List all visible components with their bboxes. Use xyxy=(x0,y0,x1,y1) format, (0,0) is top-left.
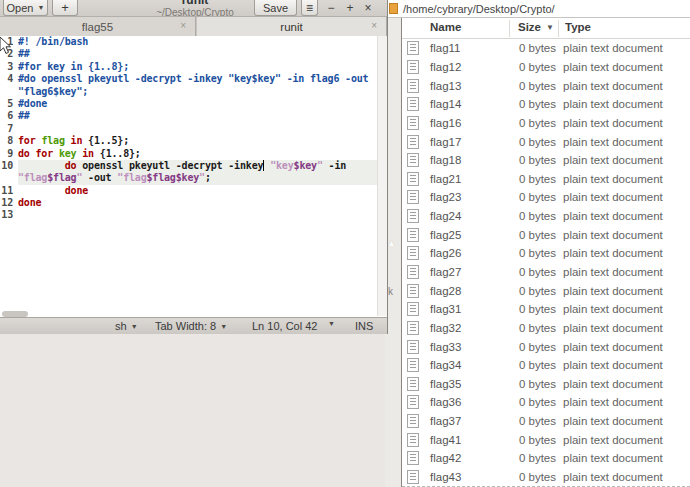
file-row[interactable]: flag260 bytesplain text document xyxy=(402,244,690,263)
text-file-icon xyxy=(407,228,419,242)
file-size: 0 bytes xyxy=(492,434,556,446)
code-line: 10 do openssl pkeyutl -decrypt -inkey "k… xyxy=(0,160,377,172)
code-segment: do for xyxy=(18,148,59,159)
file-name: flag35 xyxy=(430,378,461,390)
vertical-scrollbar[interactable] xyxy=(377,36,387,316)
code-segment: $flag xyxy=(47,172,76,183)
file-row[interactable]: flag180 bytesplain text document xyxy=(402,151,690,170)
column-header-size[interactable]: Size xyxy=(518,21,541,33)
code-segment: ## xyxy=(18,48,30,59)
file-name: flag37 xyxy=(430,415,461,427)
text-file-icon xyxy=(407,97,419,111)
column-header-name[interactable]: Name xyxy=(430,21,461,33)
menu-button[interactable]: ≡ xyxy=(301,0,318,16)
code-segment: {1..5}; xyxy=(88,135,129,146)
file-type: plain text document xyxy=(563,98,663,110)
file-row[interactable]: flag250 bytesplain text document xyxy=(402,225,690,244)
file-row[interactable]: flag430 bytesplain text document xyxy=(402,468,690,487)
file-row[interactable]: flag140 bytesplain text document xyxy=(402,95,690,114)
file-name: flag16 xyxy=(430,117,461,129)
file-name: flag12 xyxy=(430,61,461,73)
file-type: plain text document xyxy=(563,378,663,390)
code-text: #done xyxy=(18,98,377,110)
code-segment: in xyxy=(71,135,89,146)
line-number: 12 xyxy=(0,197,13,209)
code-segment: #! /bin/bash xyxy=(18,36,88,47)
maximize-button[interactable]: + xyxy=(343,1,357,15)
file-manager-window: /home/cybrary/Desktop/Crypto/ ▲ k Name S… xyxy=(385,0,690,487)
file-type: plain text document xyxy=(563,415,663,427)
code-segment: $flag$key xyxy=(147,172,200,183)
file-name: flag31 xyxy=(430,303,461,315)
sort-descending-icon[interactable]: ▼ xyxy=(546,23,554,32)
code-line: 6## xyxy=(0,110,377,122)
line-number: 10 xyxy=(0,160,13,172)
file-row[interactable]: flag350 bytesplain text document xyxy=(402,375,690,394)
file-name: flag42 xyxy=(430,452,461,464)
tab-flag55[interactable]: flag55 × xyxy=(0,17,196,36)
window-subtitle: ~/Desktop/Crypto xyxy=(120,7,270,17)
text-file-icon xyxy=(407,340,419,354)
file-row[interactable]: flag110 bytesplain text document xyxy=(402,39,690,58)
column-header-type[interactable]: Type xyxy=(565,21,591,33)
file-name: flag23 xyxy=(430,191,461,203)
code-line: 9do for key in {1..8}; xyxy=(0,148,377,160)
close-tab-icon[interactable]: × xyxy=(180,20,186,31)
text-file-icon xyxy=(407,433,419,447)
file-type: plain text document xyxy=(563,452,663,464)
file-row[interactable]: flag160 bytesplain text document xyxy=(402,114,690,133)
file-row[interactable]: flag370 bytesplain text document xyxy=(402,412,690,431)
file-row[interactable]: flag270 bytesplain text document xyxy=(402,263,690,282)
file-row[interactable]: flag340 bytesplain text document xyxy=(402,356,690,375)
code-segment xyxy=(18,160,65,171)
code-editing-area[interactable]: 1#! /bin/bash2##3#for key in {1..8};4#do… xyxy=(0,36,377,316)
file-row[interactable]: flag170 bytesplain text document xyxy=(402,132,690,151)
file-row[interactable]: flag210 bytesplain text document xyxy=(402,169,690,188)
path-bar[interactable]: /home/cybrary/Desktop/Crypto/ xyxy=(385,0,690,18)
file-row[interactable]: flag330 bytesplain text document xyxy=(402,337,690,356)
code-segment: " xyxy=(76,172,88,183)
file-row[interactable]: flag320 bytesplain text document xyxy=(402,319,690,338)
file-size: 0 bytes xyxy=(492,247,556,259)
code-text xyxy=(18,209,377,221)
code-text: #! /bin/bash xyxy=(18,36,377,48)
code-text: done xyxy=(18,185,377,197)
file-row[interactable]: flag310 bytesplain text document xyxy=(402,300,690,319)
eject-icon[interactable]: ▲ xyxy=(387,238,396,248)
open-button[interactable]: Open ▼ xyxy=(3,0,48,16)
file-row[interactable]: flag130 bytesplain text document xyxy=(402,76,690,95)
new-tab-button[interactable]: + xyxy=(52,0,78,16)
file-row[interactable]: flag420 bytesplain text document xyxy=(402,449,690,468)
column-divider xyxy=(509,20,510,37)
editor-header-bar: Open ▼ + runit ~/Desktop/Crypto Save ≡ −… xyxy=(0,0,387,17)
tab-runit[interactable]: runit × xyxy=(197,17,387,36)
file-name: flag13 xyxy=(430,80,461,92)
line-number: 13 xyxy=(0,209,13,221)
file-row[interactable]: flag280 bytesplain text document xyxy=(402,281,690,300)
file-size: 0 bytes xyxy=(492,61,556,73)
close-button[interactable]: × xyxy=(361,1,375,15)
text-file-icon xyxy=(407,302,419,316)
close-tab-icon[interactable]: × xyxy=(371,20,377,31)
minimize-button[interactable]: − xyxy=(324,1,338,15)
line-number xyxy=(0,86,13,98)
code-segment: "flag xyxy=(18,172,47,183)
goto-line-dropdown[interactable]: ▼ xyxy=(328,320,335,327)
file-row[interactable]: flag410 bytesplain text document xyxy=(402,430,690,449)
tab-width-selector[interactable]: Tab Width: 8▼ xyxy=(155,320,227,332)
tab-bar: flag55 × runit × xyxy=(0,17,387,36)
file-row[interactable]: flag240 bytesplain text document xyxy=(402,207,690,226)
file-row[interactable]: flag120 bytesplain text document xyxy=(402,58,690,77)
file-row[interactable]: flag360 bytesplain text document xyxy=(402,393,690,412)
chevron-down-icon: ▼ xyxy=(328,320,335,327)
file-type: plain text document xyxy=(563,303,663,315)
code-text xyxy=(18,123,377,135)
tab-label: flag55 xyxy=(82,21,113,33)
file-row[interactable]: flag230 bytesplain text document xyxy=(402,188,690,207)
code-line: 11 done xyxy=(0,185,377,197)
file-size: 0 bytes xyxy=(492,303,556,315)
save-button[interactable]: Save xyxy=(254,0,297,16)
language-selector[interactable]: sh▼ xyxy=(115,320,138,332)
window-title-area: runit ~/Desktop/Crypto xyxy=(120,0,270,17)
file-size: 0 bytes xyxy=(492,229,556,241)
